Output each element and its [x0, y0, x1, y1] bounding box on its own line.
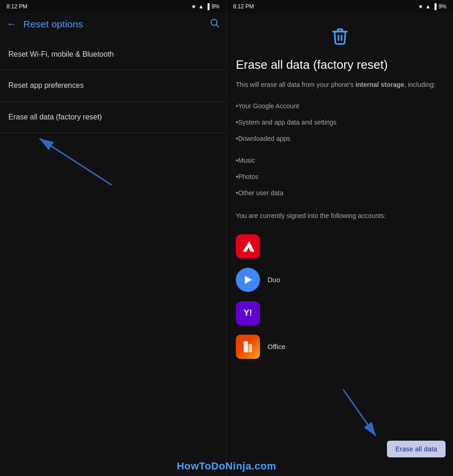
svg-rect-6	[249, 344, 253, 352]
right-status-bar: 8:12 PM ★ ▲ ▐ 9%	[226, 0, 453, 13]
svg-line-1	[217, 25, 219, 27]
erase-all-data-button[interactable]: Erase all data	[387, 441, 446, 457]
signal-icon-r: ▐	[433, 3, 437, 10]
account-row-adobe	[236, 230, 444, 263]
menu-item-app-prefs[interactable]: Reset app preferences	[0, 70, 226, 101]
description-prefix: This will erase all data from your phone…	[236, 81, 355, 88]
account-row-duo: Duo	[236, 263, 444, 297]
wifi-icon: ▲	[198, 3, 204, 10]
bluetooth-icon: ★	[191, 3, 196, 10]
office-label: Office	[267, 343, 286, 350]
erase-title: Erase all data (factory reset)	[236, 57, 444, 73]
duo-label: Duo	[267, 276, 280, 284]
bullet-music: •Music	[236, 152, 444, 169]
bullet-photos: •Photos	[236, 169, 444, 185]
yahoo-icon: Y!	[236, 301, 260, 325]
page-title: Reset options	[23, 19, 203, 30]
menu-item-wifi-reset[interactable]: Reset Wi-Fi, mobile & Bluetooth	[0, 39, 226, 70]
bluetooth-icon-r: ★	[418, 3, 423, 10]
erase-description: This will erase all data from your phone…	[236, 79, 444, 90]
left-status-icons: ★ ▲ ▐ 9%	[191, 3, 220, 10]
menu-item-factory-reset[interactable]: Erase all data (factory reset)	[0, 102, 226, 133]
back-button[interactable]: ←	[7, 18, 17, 30]
account-row-office: Office	[236, 330, 444, 364]
bullet-list: •Your Google Account •System and app dat…	[236, 98, 444, 201]
reset-options-menu: Reset Wi-Fi, mobile & Bluetooth Reset ap…	[0, 35, 226, 476]
watermark: HowToDoNinja.com	[0, 460, 453, 472]
bottom-action-bar: Erase all data	[387, 441, 446, 457]
accounts-label: You are currently signed into the follow…	[236, 211, 444, 221]
left-toolbar: ← Reset options	[0, 13, 226, 35]
accounts-section: You are currently signed into the follow…	[236, 211, 444, 363]
annotation-arrow-right	[334, 385, 390, 445]
duo-icon	[236, 268, 260, 292]
bullet-system-data: •System and app data and settings	[236, 114, 444, 131]
account-row-yahoo: Y!	[236, 297, 444, 330]
trash-icon-container	[236, 27, 444, 50]
right-status-icons: ★ ▲ ▐ 9%	[418, 3, 446, 10]
description-bold: internal storage	[355, 81, 404, 88]
left-status-bar: 8:12 PM ★ ▲ ▐ 9%	[0, 0, 226, 13]
left-time: 8:12 PM	[7, 3, 27, 10]
svg-marker-4	[245, 276, 252, 284]
office-icon	[236, 335, 260, 359]
adobe-icon	[236, 234, 260, 258]
wifi-icon-r: ▲	[425, 3, 431, 10]
signal-icon: ▐	[206, 3, 210, 10]
status-bar-row: 8:12 PM ★ ▲ ▐ 9% 8:12 PM ★ ▲ ▐ 9%	[0, 0, 453, 13]
bullet-other-data: •Other user data	[236, 185, 444, 201]
bullet-downloaded-apps: •Downloaded apps	[236, 131, 444, 147]
right-time: 8:12 PM	[233, 3, 254, 10]
svg-point-0	[211, 20, 217, 26]
search-button[interactable]	[209, 18, 220, 31]
battery-text: 9%	[212, 3, 220, 10]
bullet-google-account: •Your Google Account	[236, 98, 444, 114]
description-suffix: , including:	[404, 81, 435, 88]
svg-line-8	[343, 390, 376, 436]
trash-icon	[331, 30, 349, 49]
battery-text-r: 9%	[439, 3, 446, 10]
svg-rect-5	[244, 341, 248, 352]
